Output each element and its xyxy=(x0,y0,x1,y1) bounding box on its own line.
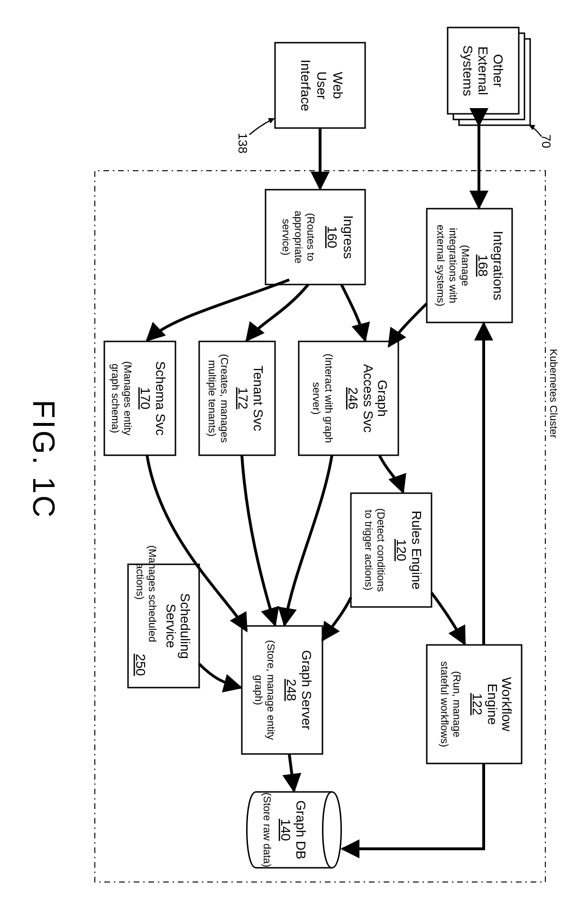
architecture-diagram: Kubernetes Cluster Other External System… xyxy=(0,0,588,919)
wf-title1: Workflow xyxy=(499,677,514,732)
node-ingress: Ingress 160 (Routes to appropriate servi… xyxy=(266,190,365,285)
node-external-systems: Other External Systems xyxy=(448,28,530,125)
sched-desc2: actions) xyxy=(134,563,146,599)
gserver-desc2: graph) xyxy=(253,675,265,705)
web-ui-line3: Interface xyxy=(298,60,313,111)
gserver-num: 248 xyxy=(284,679,299,701)
schema-desc1: (Manages entity xyxy=(122,361,134,436)
arrow-ingress-gas xyxy=(341,285,365,340)
ingress-desc2: appropriate xyxy=(293,211,304,263)
arrow-ingress-schema xyxy=(147,280,289,340)
node-graph-access-svc: Graph Access Svc 246 (Interact with grap… xyxy=(299,341,398,455)
tenant-num: 172 xyxy=(236,387,250,410)
arrow-gas-rules xyxy=(379,455,403,492)
web-ui-line2: User xyxy=(314,71,329,99)
rules-num: 120 xyxy=(394,539,409,561)
node-web-ui: Web User Interface xyxy=(275,43,365,128)
node-graph-server: Graph Server 248 (Store, manage entity g… xyxy=(242,626,322,754)
wf-num: 122 xyxy=(470,693,485,716)
wf-desc1: (Run, manage xyxy=(451,671,463,737)
gas-title2: Access Svc xyxy=(361,364,376,433)
gas-desc2: server) xyxy=(311,382,322,414)
integrations-num: 168 xyxy=(476,255,490,277)
tenant-desc2: multiple tenants) xyxy=(206,360,218,436)
arrow-gas-gserver xyxy=(285,455,332,625)
integrations-desc2: integrations with xyxy=(447,228,459,303)
sched-num: 250 xyxy=(133,654,148,676)
arrow-wf-gdb xyxy=(342,763,484,849)
node-rules-engine: Rules Engine 120 (Detect conditions to t… xyxy=(351,493,432,607)
gserver-desc1: (Store, manage entity xyxy=(265,640,277,740)
gdb-num: 140 xyxy=(278,819,293,841)
callout-138: 138 xyxy=(236,133,250,153)
integrations-desc1: (Manage xyxy=(459,245,471,286)
node-schema-svc: Schema Svc 170 (Manages entity graph sch… xyxy=(104,341,175,455)
sched-title1: Scheduling xyxy=(178,593,193,659)
web-ui-line1: Web xyxy=(331,72,345,99)
figure-label: FIG. 1C xyxy=(27,400,61,519)
ingress-title: Ingress xyxy=(341,215,356,259)
ingress-desc1: (Routes to xyxy=(305,213,317,261)
callout-138-leader xyxy=(249,119,274,135)
wf-title2: Engine xyxy=(485,683,500,725)
integrations-title: Integrations xyxy=(491,231,505,300)
arrow-sched-gserver xyxy=(199,664,241,688)
gserver-title: Graph Server xyxy=(299,650,314,730)
schema-num: 170 xyxy=(138,387,153,410)
gdb-title: Graph DB xyxy=(294,800,308,860)
node-integrations: Integrations 168 (Manage integrations wi… xyxy=(427,209,512,322)
node-scheduling-service: Scheduling Service (Manages scheduled ac… xyxy=(128,545,199,688)
sched-title2: Service xyxy=(164,604,178,648)
node-workflow-engine: Workflow Engine 122 (Run, manage statefu… xyxy=(427,645,522,763)
schema-desc2: graph schema) xyxy=(110,364,121,433)
callout-70-leader xyxy=(529,125,542,137)
schema-title: Schema Svc xyxy=(153,361,168,435)
external-systems-line1: Other xyxy=(491,54,505,87)
cluster-label: Kubernetes Cluster xyxy=(548,349,560,438)
tenant-title: Tenant Svc xyxy=(251,366,266,432)
arrow-tenant-gserver xyxy=(242,455,275,625)
sched-desc1: (Manages scheduled xyxy=(147,545,158,642)
ingress-num: 160 xyxy=(325,226,340,248)
external-systems-line2: External xyxy=(476,46,490,95)
rules-title: Rules Engine xyxy=(409,511,424,590)
node-tenant-svc: Tenant Svc 172 (Creates, manages multipl… xyxy=(199,341,275,455)
gas-num: 246 xyxy=(346,387,360,410)
ingress-desc3: service) xyxy=(280,219,292,255)
arrow-rules-gserver xyxy=(322,597,351,640)
gas-title1: Graph xyxy=(375,380,390,417)
wf-desc2: stateful workflows) xyxy=(439,662,450,747)
rules-desc2: to trigger actions) xyxy=(363,510,375,590)
tenant-desc1: (Creates, manages xyxy=(219,354,230,442)
integrations-desc3: external systems) xyxy=(435,225,447,306)
gas-desc1: (Interact with graph xyxy=(323,354,335,443)
arrow-integ-gas xyxy=(389,303,427,346)
node-graph-db: Graph DB 140 (Store raw data) xyxy=(247,792,341,868)
arrow-gserver-gdb xyxy=(289,754,294,791)
gdb-desc: (Store raw data) xyxy=(261,792,273,867)
external-systems-line3: Systems xyxy=(460,45,475,96)
arrow-rules-wf xyxy=(432,593,465,644)
rules-desc1: (Detect conditions xyxy=(375,508,387,592)
